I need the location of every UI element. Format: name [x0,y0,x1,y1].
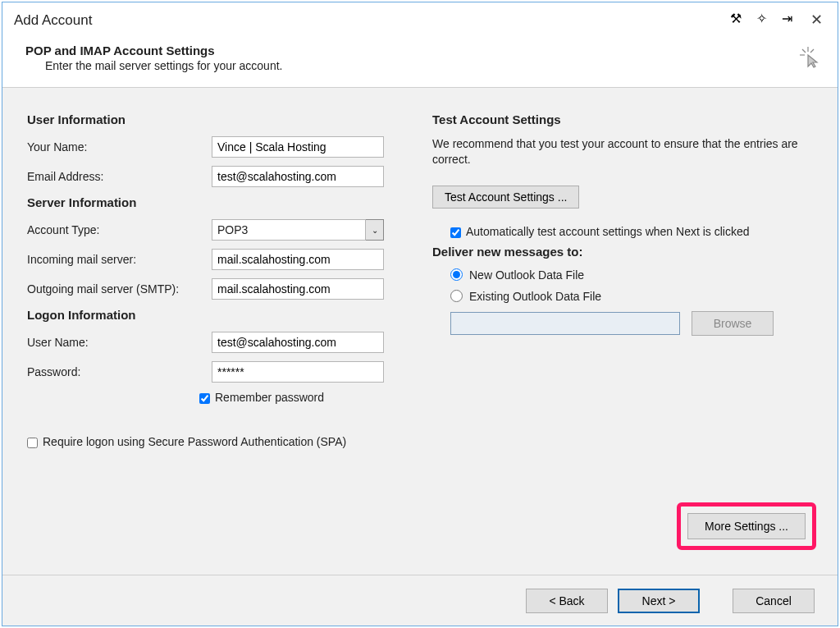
server-info-title: Server Information [27,195,408,209]
username-input[interactable] [212,332,384,353]
add-account-window: Add Account ⚒ ✧ ⇥ ✕ POP and IMAP Account… [2,2,838,626]
remember-password-label: Remember password [215,391,324,404]
chevron-down-icon[interactable]: ⌄ [366,219,384,241]
logon-title: Logon Information [27,308,408,322]
new-file-label: New Outlook Data File [469,268,584,282]
existing-path-input [450,312,680,335]
spa-label: Require logon using Secure Password Auth… [43,435,346,448]
subheader-title: POP and IMAP Account Settings [25,44,815,57]
footer: < Back Next > Cancel [2,575,838,626]
outgoing-label: Outgoing mail server (SMTP): [27,282,212,296]
svg-line-3 [810,49,814,53]
spa-checkbox[interactable] [27,438,38,448]
window-title: Add Account [14,12,92,29]
email-label: Email Address: [27,170,212,183]
more-settings-button[interactable]: More Settings ... [687,513,806,539]
incoming-input[interactable] [212,249,384,270]
remember-password-row[interactable]: Remember password [199,391,408,404]
test-title: Test Account Settings [432,112,813,126]
left-column: User Information Your Name: Email Addres… [27,112,408,575]
next-button[interactable]: Next > [618,589,700,613]
browse-row: Browse [450,311,813,336]
test-account-button[interactable]: Test Account Settings ... [432,186,579,209]
your-name-input[interactable] [212,136,384,158]
incoming-label: Incoming mail server: [27,253,212,266]
title-bar: Add Account ⚒ ✧ ⇥ ✕ [2,2,838,39]
back-button[interactable]: < Back [526,589,608,613]
subheader: POP and IMAP Account Settings Enter the … [2,39,838,88]
existing-file-radio[interactable] [450,290,463,302]
test-desc: We recommend that you test your account … [432,136,813,167]
tool-icon-2[interactable]: ✧ [756,11,767,26]
browse-button: Browse [692,311,774,336]
spa-row[interactable]: Require logon using Secure Password Auth… [27,435,408,448]
new-file-radio[interactable] [450,268,463,281]
existing-file-label: Existing Outlook Data File [469,290,601,303]
more-settings-highlight: More Settings ... [677,502,816,550]
svg-line-2 [802,49,806,53]
cancel-button[interactable]: Cancel [733,589,815,613]
account-type-label: Account Type: [27,223,212,236]
account-type-select[interactable]: POP3 ⌄ [212,219,384,241]
subheader-desc: Enter the mail server settings for your … [25,59,815,72]
password-label: Password: [27,365,212,378]
auto-test-label: Automatically test account settings when… [466,225,750,238]
account-type-value: POP3 [212,219,366,241]
auto-test-row[interactable]: Automatically test account settings when… [450,225,813,238]
tool-icon-1[interactable]: ⚒ [730,11,742,26]
remember-password-checkbox[interactable] [199,393,210,404]
close-icon[interactable]: ✕ [810,11,823,29]
deliver-title: Deliver new messages to: [432,245,813,259]
tool-icon-3[interactable]: ⇥ [782,11,792,26]
email-input[interactable] [212,166,384,187]
cursor-icon [800,47,821,73]
outgoing-input[interactable] [212,278,384,300]
existing-file-row[interactable]: Existing Outlook Data File [450,290,813,303]
new-file-row[interactable]: New Outlook Data File [450,268,813,282]
user-info-title: User Information [27,112,408,126]
username-label: User Name: [27,336,212,349]
your-name-label: Your Name: [27,140,212,154]
auto-test-checkbox[interactable] [450,227,461,238]
password-input[interactable] [212,361,384,383]
titlebar-tool-icons: ⚒ ✧ ⇥ [730,11,792,26]
